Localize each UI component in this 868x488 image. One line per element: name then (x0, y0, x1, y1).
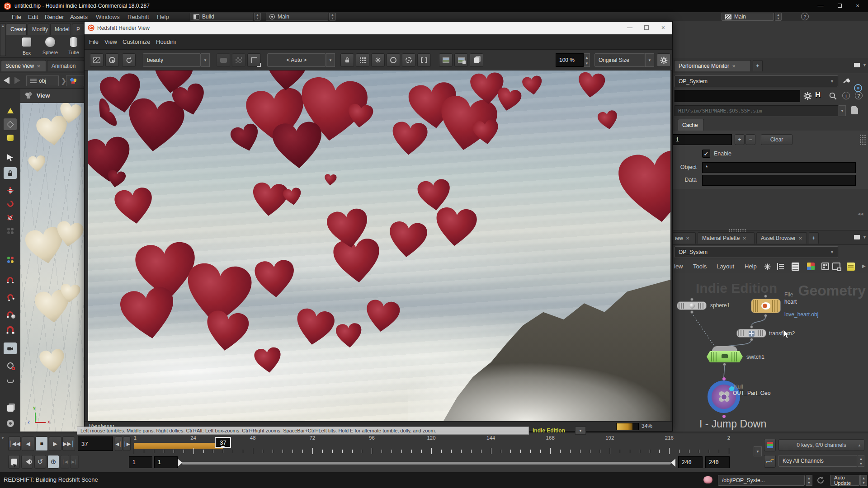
zoom-field[interactable]: 100 % (556, 53, 584, 67)
timeline-ruler[interactable]: 124487296120144168192216237 (134, 435, 731, 455)
tab-scene-view[interactable]: Scene View✕ (1, 60, 46, 71)
rrv-settings-button[interactable] (657, 53, 670, 67)
update-mode-selector[interactable]: Auto Update (830, 475, 860, 486)
cache-minus-button[interactable]: − (745, 134, 755, 145)
context-stepper[interactable]: ▲▼ (806, 475, 812, 486)
move-tool-icon[interactable] (4, 184, 17, 196)
maximize-button[interactable] (834, 2, 845, 10)
shelf-tab-create[interactable]: Create (6, 23, 27, 35)
tab-animation[interactable]: Animation (47, 60, 84, 71)
zoom-stepper[interactable]: ▲▼ (584, 53, 590, 67)
range-start-field[interactable]: 1 (129, 456, 152, 468)
snap-point-icon[interactable] (4, 308, 17, 320)
houdini-ops-icon[interactable]: H (815, 90, 821, 99)
more-tools-icon[interactable]: ▶ (862, 263, 866, 268)
brain-icon[interactable] (703, 476, 712, 483)
search-icon[interactable] (829, 92, 837, 100)
shelf-tool-tube[interactable]: Tube (60, 36, 88, 55)
menu-edit[interactable]: Edit (28, 14, 38, 20)
pane-menu-icon[interactable]: ▼ (863, 63, 867, 67)
select-tool-icon[interactable] (4, 152, 17, 164)
next-key-button[interactable]: ▶│ (70, 455, 79, 469)
collapse-arrows-icon[interactable]: ◀◀ (858, 212, 863, 216)
switch-flag-arc[interactable] (712, 346, 737, 351)
grid-button[interactable] (356, 53, 369, 67)
help-icon[interactable]: ? (855, 92, 863, 99)
rrv-menu-customize[interactable]: Customize (123, 38, 150, 45)
audio-button[interactable] (21, 455, 33, 469)
node-heart[interactable] (751, 299, 781, 313)
menu-render[interactable]: Render (45, 14, 64, 20)
playbar-collapse-icon[interactable]: ▼ (1, 436, 5, 440)
gl-viewport[interactable]: y x z (20, 103, 84, 432)
pane-maximize-icon[interactable] (854, 63, 860, 67)
frame-forward-button[interactable]: │▶ (123, 436, 131, 451)
copy-page-button[interactable] (470, 53, 483, 67)
snap-curve-icon[interactable] (4, 291, 17, 303)
menu-redshift[interactable]: Redshift (127, 14, 149, 20)
image-a-button[interactable] (439, 53, 453, 67)
bucket-menu-icon[interactable]: ▼ (326, 53, 335, 67)
snapshot-button[interactable] (217, 53, 230, 67)
close-tab-icon[interactable]: ✕ (37, 64, 40, 69)
aov-selector[interactable]: beauty (143, 53, 201, 67)
display-wire-icon[interactable] (4, 118, 17, 130)
rrv-menu-file[interactable]: File (89, 38, 99, 45)
handles-tool-icon[interactable] (4, 254, 17, 266)
jump-start-button[interactable]: │◀◀ (8, 436, 21, 451)
follow-selection-icon[interactable] (854, 84, 862, 92)
rrv-titlebar[interactable]: Redshift Render View — × (85, 22, 672, 34)
list-view-icon[interactable] (792, 263, 799, 271)
context-path-selector[interactable]: /obj/POP_Syste... (718, 475, 805, 486)
rrv-close-icon[interactable]: × (661, 24, 665, 31)
keys-info-button[interactable]: 0 keys, 0/0 channels▲ (778, 439, 864, 451)
render-region-button[interactable] (402, 53, 415, 67)
wrench-icon[interactable] (762, 261, 773, 272)
undo-scrub-button[interactable]: ↺ (34, 455, 46, 469)
jump-end-button[interactable]: ▶▶│ (62, 436, 75, 451)
select-region-icon[interactable] (4, 360, 17, 371)
network-menu-help[interactable]: Help (745, 263, 757, 270)
desktop-stepper[interactable]: ▲▼ (254, 13, 261, 21)
lock-button[interactable] (340, 53, 354, 67)
clear-button[interactable]: Clear (761, 134, 793, 145)
rotate-tool-icon[interactable] (4, 198, 17, 210)
current-frame-field[interactable]: 37 (78, 436, 113, 451)
pin-icon[interactable] (842, 78, 849, 85)
take-selector[interactable]: Main (722, 13, 774, 21)
sim-path-field[interactable]: HIP/sim/SHIPNAME.$OS.SSF.sim (675, 105, 838, 116)
crop-button[interactable] (247, 53, 261, 67)
realtime-toggle-button[interactable]: ⊕ (47, 455, 59, 469)
help-button[interactable]: ? (801, 13, 809, 20)
range-right-handle[interactable] (671, 459, 675, 467)
render-icon[interactable] (4, 418, 17, 429)
playbar-options-button[interactable] (8, 455, 20, 469)
animation-editor-button[interactable] (764, 455, 776, 468)
tab-performance-monitor[interactable]: Performance Monitor✕ (674, 60, 751, 71)
minimize-button[interactable]: — (815, 2, 826, 10)
flipbook-icon[interactable] (4, 402, 17, 414)
network-menu-layout[interactable]: Layout (717, 263, 734, 270)
pane-controls[interactable]: ▼ (854, 63, 867, 67)
menu-help[interactable]: Help (157, 14, 169, 20)
range-subend-field[interactable]: 240 (705, 456, 730, 468)
aov-menu-icon[interactable]: ▼ (201, 53, 210, 67)
snap-grid-icon[interactable] (4, 274, 17, 286)
path-chip-obj[interactable]: obj (26, 75, 59, 86)
checker-button[interactable] (232, 53, 245, 67)
sticky-note-icon[interactable] (847, 263, 855, 271)
desktop-selector[interactable]: Build (190, 13, 253, 21)
network-editor[interactable]: Indie Edition Geometry sphere1 File hear… (673, 274, 868, 432)
display-shaded-icon[interactable] (4, 132, 17, 144)
rrv-maximize-icon[interactable] (644, 25, 649, 30)
frame-corners-button[interactable] (417, 53, 431, 67)
tab-asset-browser[interactable]: Asset Browser✕ (756, 232, 807, 244)
secure-selection-icon[interactable] (4, 167, 17, 179)
rrv-minimize-icon[interactable]: — (627, 24, 632, 31)
rrv-menu-view[interactable]: View (104, 38, 117, 45)
viewer-selector[interactable]: Main (266, 13, 328, 21)
params-add-tab[interactable]: + (753, 60, 763, 71)
grid-view-icon[interactable] (821, 263, 829, 270)
bucket-mode-selector[interactable]: < Auto > (267, 53, 326, 67)
range-end-field[interactable]: 240 (678, 456, 703, 468)
